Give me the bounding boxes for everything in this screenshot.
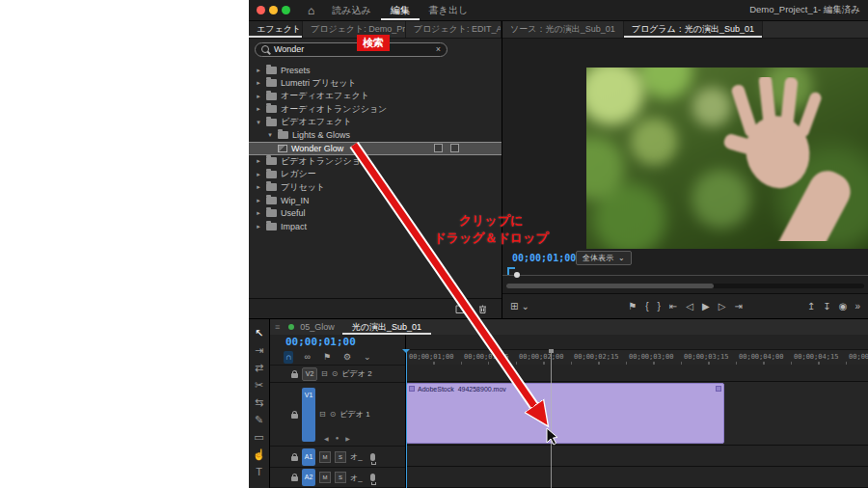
chevron-right-icon[interactable]: ▸ bbox=[255, 157, 262, 165]
chevron-right-icon[interactable]: ▸ bbox=[255, 79, 262, 87]
tree-item-wonder-glow[interactable]: Wonder Glow bbox=[249, 142, 502, 155]
scrubber-playhead[interactable] bbox=[514, 272, 520, 278]
track-lane-v2[interactable] bbox=[406, 365, 868, 382]
track-lock-icon[interactable] bbox=[291, 476, 298, 481]
add-keyframe-icon[interactable]: ● bbox=[336, 435, 339, 442]
source-patch-a1[interactable]: A1 bbox=[302, 448, 315, 466]
minimize-window-button[interactable] bbox=[269, 6, 278, 14]
chevron-right-icon[interactable]: ▸ bbox=[255, 171, 262, 178]
toggle-track-output-icon[interactable]: ⊙ bbox=[332, 369, 339, 378]
add-marker-icon[interactable]: ⚑ bbox=[628, 301, 637, 312]
tab-import[interactable]: 読み込み bbox=[322, 0, 380, 20]
tab-source-monitor[interactable]: ソース：光の演出_Sub_01 bbox=[502, 21, 624, 38]
track-name[interactable]: ビデオ 1 bbox=[339, 409, 369, 420]
track-lock-icon[interactable] bbox=[291, 373, 298, 378]
track-name[interactable]: ビデオ 2 bbox=[341, 368, 371, 379]
track-lane-v1[interactable]: AdobeStock_494258900.mov bbox=[406, 382, 868, 446]
mute-track-button[interactable]: M bbox=[319, 451, 331, 463]
source-patch-v1[interactable]: V1 bbox=[302, 388, 315, 442]
track-lane-a2[interactable] bbox=[406, 467, 868, 488]
track-lane-a1[interactable] bbox=[406, 446, 868, 467]
tab-sequence-active[interactable]: 光の演出_Sub_01 bbox=[342, 319, 431, 335]
search-input[interactable]: Wonder × bbox=[255, 42, 448, 57]
voiceover-record-icon[interactable] bbox=[370, 474, 375, 481]
new-bin-icon[interactable] bbox=[455, 304, 468, 314]
play-icon[interactable]: ▶ bbox=[702, 301, 710, 312]
lift-icon[interactable]: ↥ bbox=[807, 301, 815, 312]
monitor-settings-icon[interactable]: ⊞ bbox=[510, 301, 518, 312]
tree-item-wip-in[interactable]: ▸Wip_IN bbox=[249, 194, 502, 207]
tree-item-video-transitions[interactable]: ▸ビデオトランジション bbox=[249, 155, 502, 169]
tab-export[interactable]: 書き出し bbox=[420, 0, 477, 20]
selection-tool[interactable]: ↖ bbox=[255, 327, 263, 339]
chevron-right-icon[interactable]: ▸ bbox=[255, 105, 262, 113]
track-lock-icon[interactable] bbox=[291, 456, 298, 461]
chevron-right-icon[interactable]: ▸ bbox=[255, 223, 262, 230]
tab-sequence-05-glow[interactable]: 05_Glow bbox=[298, 319, 342, 335]
mark-in-icon[interactable]: { bbox=[645, 301, 648, 312]
type-tool[interactable]: T bbox=[256, 466, 262, 477]
chevron-down-icon[interactable]: ⌄ bbox=[362, 351, 373, 364]
go-to-in-icon[interactable]: ⇤ bbox=[669, 301, 677, 312]
voiceover-record-icon[interactable] bbox=[370, 453, 375, 461]
timeline-playhead[interactable] bbox=[406, 349, 407, 488]
tree-item-audio-transitions[interactable]: ▸オーディオトランジション bbox=[249, 103, 502, 117]
tab-edit[interactable]: 編集 bbox=[381, 0, 420, 20]
track-name[interactable]: オ_ bbox=[350, 451, 363, 462]
tree-item-lights-glows[interactable]: ▾Lights & Glows bbox=[249, 129, 502, 143]
close-window-button[interactable] bbox=[257, 6, 265, 14]
sync-lock-icon[interactable]: ⊟ bbox=[321, 369, 328, 378]
monitor-zoom-bar[interactable] bbox=[506, 284, 864, 288]
monitor-scrubber[interactable] bbox=[502, 270, 868, 280]
chevron-right-icon[interactable]: ▸ bbox=[255, 67, 262, 74]
tree-item-presets[interactable]: ▸Presets bbox=[249, 64, 502, 77]
chevron-down-icon[interactable]: ⌄ bbox=[521, 301, 529, 312]
snap-icon[interactable]: ∩ bbox=[284, 351, 293, 364]
toggle-track-output-icon[interactable]: ⊙ bbox=[330, 410, 337, 419]
tree-item-legacy[interactable]: ▸レガシー bbox=[249, 168, 502, 181]
solo-track-button[interactable]: S bbox=[335, 451, 346, 463]
chevron-right-icon[interactable]: ▸ bbox=[255, 209, 262, 217]
tree-item-lumetri[interactable]: ▸Lumetri プリセット bbox=[249, 77, 502, 91]
rectangle-tool[interactable]: ▭ bbox=[254, 431, 263, 443]
pen-tool[interactable]: ✎ bbox=[255, 414, 263, 425]
hand-tool[interactable]: ☝ bbox=[253, 448, 266, 460]
track-select-tool[interactable]: ⇥ bbox=[255, 344, 263, 356]
chevron-down-icon[interactable]: ▾ bbox=[255, 119, 262, 126]
prev-keyframe-icon[interactable]: ◀ bbox=[324, 435, 329, 442]
ripple-edit-tool[interactable]: ⇄ bbox=[255, 362, 263, 373]
mark-out-icon[interactable]: } bbox=[658, 301, 661, 312]
sync-lock-icon[interactable]: ⊟ bbox=[319, 410, 326, 419]
timeline-settings-icon[interactable]: ⚙ bbox=[341, 351, 353, 364]
more-controls-icon[interactable]: » bbox=[854, 301, 860, 312]
tree-item-impact[interactable]: ▸Impact bbox=[249, 220, 502, 233]
step-forward-icon[interactable]: ▷ bbox=[719, 301, 726, 312]
extract-icon[interactable]: ↧ bbox=[823, 301, 830, 312]
track-target-v2[interactable]: V2 bbox=[302, 367, 317, 381]
fit-dropdown[interactable]: 全体表示 ⌄ bbox=[576, 251, 632, 265]
add-marker-icon[interactable]: ⚑ bbox=[321, 351, 333, 364]
video-clip[interactable]: AdobeStock_494258900.mov bbox=[406, 383, 724, 444]
tree-item-audio-effects[interactable]: ▸オーディオエフェクト bbox=[249, 90, 502, 103]
zoom-window-button[interactable] bbox=[282, 6, 290, 14]
go-to-out-icon[interactable]: ⇥ bbox=[734, 301, 742, 312]
timeline-timecode[interactable]: 00;00;01;00 bbox=[270, 335, 405, 349]
chevron-right-icon[interactable]: ▸ bbox=[255, 93, 262, 100]
chevron-down-icon[interactable]: ▾ bbox=[266, 131, 274, 139]
home-icon[interactable]: ⌂ bbox=[300, 4, 322, 17]
track-name[interactable]: オ_ bbox=[350, 473, 363, 483]
slip-tool[interactable]: ⇆ bbox=[255, 396, 263, 408]
tab-project-1[interactable]: プロジェクト: Demo_Project_1 bbox=[303, 21, 406, 38]
track-lock-icon[interactable] bbox=[291, 414, 298, 419]
tab-project-2[interactable]: プロジェクト: EDIT_ALL_0.. bbox=[406, 21, 502, 38]
linked-selection-icon[interactable]: ∞ bbox=[302, 351, 312, 364]
tab-effects[interactable]: エフェクト≡ bbox=[249, 21, 303, 38]
zoom-bar-thumb[interactable] bbox=[506, 284, 714, 288]
step-back-icon[interactable]: ◁ bbox=[686, 301, 693, 312]
clear-search-icon[interactable]: × bbox=[436, 44, 441, 54]
tree-item-presets2[interactable]: ▸プリセット bbox=[249, 181, 502, 195]
chevron-right-icon[interactable]: ▸ bbox=[255, 183, 262, 191]
tab-program-monitor[interactable]: プログラム：光の演出_Sub_01 bbox=[624, 21, 763, 38]
export-frame-icon[interactable]: ◉ bbox=[839, 301, 848, 312]
tree-item-useful[interactable]: ▸Useful bbox=[249, 207, 502, 221]
